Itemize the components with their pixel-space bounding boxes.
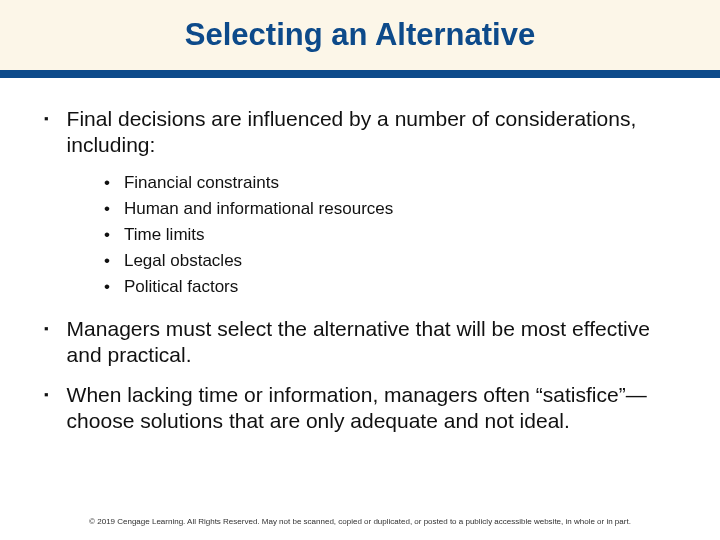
sub-bullet-group: • Financial constraints • Human and info…: [44, 172, 676, 298]
bullet-level1: ▪ Final decisions are influenced by a nu…: [44, 106, 676, 158]
title-inner: Selecting an Alternative: [0, 0, 720, 70]
slide: Selecting an Alternative ▪ Final decisio…: [0, 0, 720, 540]
bullet-level2: • Financial constraints: [104, 172, 676, 194]
bullet-level2: • Time limits: [104, 224, 676, 246]
dot-bullet-icon: •: [104, 276, 124, 298]
dot-bullet-icon: •: [104, 198, 124, 220]
bullet-text: Political factors: [124, 276, 238, 298]
square-bullet-icon: ▪: [44, 106, 67, 158]
bullet-level2: • Human and informational resources: [104, 198, 676, 220]
bullet-text: Human and informational resources: [124, 198, 393, 220]
slide-title: Selecting an Alternative: [185, 17, 535, 53]
bullet-text: Time limits: [124, 224, 205, 246]
square-bullet-icon: ▪: [44, 316, 67, 368]
bullet-text: Financial constraints: [124, 172, 279, 194]
square-bullet-icon: ▪: [44, 382, 67, 434]
bullet-text: Legal obstacles: [124, 250, 242, 272]
bullet-text: When lacking time or information, manage…: [67, 382, 676, 434]
bullet-level1: ▪ Managers must select the alternative t…: [44, 316, 676, 368]
bullet-level2: • Legal obstacles: [104, 250, 676, 272]
content-area: ▪ Final decisions are influenced by a nu…: [0, 78, 720, 507]
bullet-text: Managers must select the alternative tha…: [67, 316, 676, 368]
title-band: Selecting an Alternative: [0, 8, 720, 78]
bullet-level1: ▪ When lacking time or information, mana…: [44, 382, 676, 434]
dot-bullet-icon: •: [104, 172, 124, 194]
bullet-text: Final decisions are influenced by a numb…: [67, 106, 676, 158]
bullet-level2: • Political factors: [104, 276, 676, 298]
copyright-footer: © 2019 Cengage Learning. All Rights Rese…: [0, 507, 720, 540]
dot-bullet-icon: •: [104, 224, 124, 246]
dot-bullet-icon: •: [104, 250, 124, 272]
